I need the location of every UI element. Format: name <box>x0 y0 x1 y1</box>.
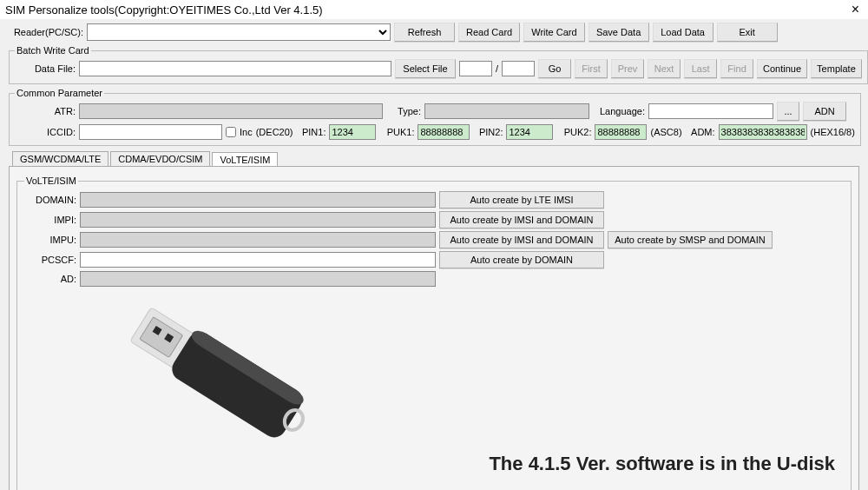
volte-legend: VoLTE/ISIM <box>24 175 78 186</box>
find-button[interactable]: Find <box>720 59 753 78</box>
range-slash: / <box>496 63 498 74</box>
prev-button[interactable]: Prev <box>611 59 644 78</box>
auto-lte-button[interactable]: Auto create by LTE IMSI <box>439 191 604 209</box>
atr-label: ATR: <box>15 106 76 116</box>
hex168-label: (HEX16/8) <box>811 127 855 137</box>
exit-button[interactable]: Exit <box>717 23 778 42</box>
adn-button[interactable]: ADN <box>803 102 846 121</box>
load-data-button[interactable]: Load Data <box>653 23 713 42</box>
first-button[interactable]: First <box>575 59 608 78</box>
puk2-label: PUK2: <box>556 127 591 137</box>
domain-label: DOMAIN: <box>24 195 76 205</box>
next-button[interactable]: Next <box>648 59 681 78</box>
range-from-input[interactable] <box>459 61 492 76</box>
pin1-input[interactable] <box>329 124 376 140</box>
last-button[interactable]: Last <box>684 59 717 78</box>
impi-label: IMPI: <box>24 215 76 225</box>
puk1-input[interactable] <box>418 124 470 140</box>
save-data-button[interactable]: Save Data <box>589 23 649 42</box>
tab-content: VoLTE/ISIM DOMAIN: Auto create by LTE IM… <box>9 166 859 490</box>
language-label: Language: <box>593 106 645 116</box>
pin1-label: PIN1: <box>296 127 326 137</box>
iccid-input[interactable] <box>79 124 222 140</box>
atr-input[interactable] <box>79 103 383 119</box>
type-label: Type: <box>386 106 421 116</box>
auto-imsi-domain-button-1[interactable]: Auto create by IMSI and DOMAIN <box>439 211 604 228</box>
pin2-input[interactable] <box>506 124 553 140</box>
batch-group: Batch Write Card Data File: Select File … <box>9 45 868 84</box>
adm-input[interactable] <box>719 124 807 140</box>
language-browse-button[interactable]: ... <box>777 102 799 121</box>
inc-checkbox[interactable] <box>226 127 236 137</box>
usb-drive-icon <box>87 282 347 482</box>
domain-input[interactable] <box>80 192 436 208</box>
common-legend: Common Parameter <box>15 88 104 98</box>
common-group: Common Parameter ATR: Type: Language: ..… <box>9 88 861 146</box>
continue-button[interactable]: Continue <box>757 59 807 78</box>
auto-domain-button[interactable]: Auto create by DOMAIN <box>439 251 604 268</box>
template-button[interactable]: Template <box>811 59 862 78</box>
pcscf-input[interactable] <box>80 252 436 268</box>
type-input[interactable] <box>424 103 589 119</box>
impi-input[interactable] <box>80 212 436 228</box>
auto-imsi-domain-button-2[interactable]: Auto create by IMSI and DOMAIN <box>439 231 604 248</box>
reader-label: Reader(PC/SC): <box>9 27 83 37</box>
window-title: SIM Personalize tools(Copyright:OYEITIME… <box>5 3 323 17</box>
tab-gsm[interactable]: GSM/WCDMA/LTE <box>12 151 108 166</box>
udisk-caption: The 4.1.5 Ver. software is in the U-disk <box>489 453 835 475</box>
puk2-input[interactable] <box>595 124 647 140</box>
language-input[interactable] <box>648 103 773 119</box>
impu-label: IMPU: <box>24 235 76 245</box>
data-file-input[interactable] <box>79 61 391 76</box>
puk1-label: PUK1: <box>379 127 414 137</box>
adm-label: ADM: <box>686 127 715 137</box>
inc-label: Inc <box>240 127 253 137</box>
dec20-label: (DEC20) <box>256 127 293 137</box>
iccid-label: ICCID: <box>15 127 76 137</box>
impu-input[interactable] <box>80 232 436 248</box>
tab-volte[interactable]: VoLTE/ISIM <box>212 152 278 167</box>
close-icon[interactable]: × <box>846 2 865 17</box>
read-card-button[interactable]: Read Card <box>458 23 520 42</box>
go-button[interactable]: Go <box>538 59 571 78</box>
volte-group: VoLTE/ISIM DOMAIN: Auto create by LTE IM… <box>16 175 852 490</box>
refresh-button[interactable]: Refresh <box>394 23 455 42</box>
batch-legend: Batch Write Card <box>15 45 91 56</box>
pcscf-label: PCSCF: <box>24 255 76 265</box>
pin2-label: PIN2: <box>473 127 503 137</box>
range-to-input[interactable] <box>502 61 535 76</box>
ad-label: AD: <box>24 274 76 284</box>
reader-select[interactable] <box>87 23 391 41</box>
auto-smsp-domain-button[interactable]: Auto create by SMSP and DOMAIN <box>608 231 773 248</box>
data-file-label: Data File: <box>15 63 76 74</box>
asc8-label: (ASC8) <box>650 127 681 137</box>
write-card-button[interactable]: Write Card <box>523 23 584 42</box>
tab-cdma[interactable]: CDMA/EVDO/CSIM <box>110 151 210 166</box>
select-file-button[interactable]: Select File <box>395 59 456 78</box>
